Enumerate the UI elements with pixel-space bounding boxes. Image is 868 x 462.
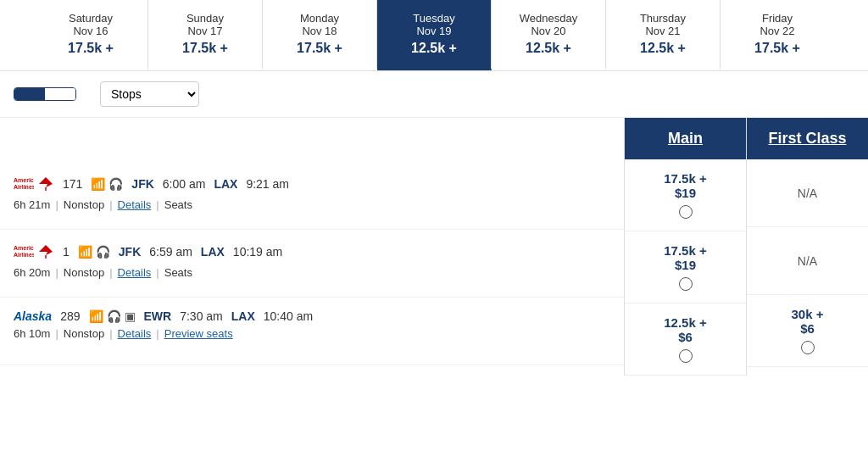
svg-marker-6 xyxy=(39,245,53,255)
flight-bottom: 6h 21m | Nonstop | Details | Seats xyxy=(14,198,610,211)
seats-label: Seats xyxy=(164,266,192,279)
results-table: American Airlines 171 📶 🎧 JFK 6:00 am LA… xyxy=(0,118,868,376)
day-name: Thursday xyxy=(613,12,713,25)
main-price-radio[interactable] xyxy=(679,349,693,363)
lowest-fare-button[interactable] xyxy=(14,88,45,100)
first-price-cell-0[interactable]: N/A xyxy=(747,159,868,227)
alaska-airline-logo: Alaska xyxy=(14,309,52,323)
date-price: 17.5k + xyxy=(155,41,255,56)
date-str: Nov 17 xyxy=(155,25,255,37)
flight-bottom: 6h 10m | Nonstop | Details | Preview sea… xyxy=(14,327,610,340)
main-price-cell-1[interactable]: 17.5k +$19 xyxy=(625,231,746,303)
details-link[interactable]: Details xyxy=(118,327,152,340)
main-price-value: 12.5k +$6 xyxy=(664,315,706,344)
main-price-radio[interactable] xyxy=(679,205,693,219)
flight-row-0: American Airlines 171 📶 🎧 JFK 6:00 am LA… xyxy=(0,162,624,230)
date-price: 17.5k + xyxy=(727,41,827,56)
day-name: Tuesday xyxy=(384,12,484,25)
date-tab-sat[interactable]: Saturday Nov 16 17.5k + xyxy=(34,0,148,70)
svg-marker-2 xyxy=(39,177,53,187)
main-price-cell-0[interactable]: 17.5k +$19 xyxy=(625,159,746,231)
flight-top: American Airlines 171 📶 🎧 JFK 6:00 am LA… xyxy=(14,174,610,194)
date-str: Nov 19 xyxy=(384,25,484,37)
sort-select[interactable]: StopsPriceDurationDepartureArrival xyxy=(100,81,199,107)
arrival-airport: LAX xyxy=(201,245,225,259)
flight-duration: 6h 20m xyxy=(14,266,50,279)
preview-seats-link[interactable]: Preview seats xyxy=(164,327,233,340)
first-price-cell-1[interactable]: N/A xyxy=(747,227,868,295)
day-name: Friday xyxy=(727,12,827,25)
next-date-button[interactable] xyxy=(834,0,868,70)
header-spacer xyxy=(0,118,624,162)
fare-type-toggle xyxy=(14,87,76,101)
flight-row-2: Alaska 289 📶 🎧 ▣ EWR 7:30 am LAX 10:40 a… xyxy=(0,298,624,365)
details-link[interactable]: Details xyxy=(118,198,152,211)
date-tab-wed[interactable]: Wednesday Nov 20 12.5k + xyxy=(492,0,606,70)
flight-number: 1 xyxy=(63,245,70,259)
date-tab-thu[interactable]: Thursday Nov 21 12.5k + xyxy=(606,0,721,70)
arrival-time: 10:40 am xyxy=(264,309,313,323)
date-str: Nov 20 xyxy=(498,25,598,37)
main-price-column: Main 17.5k +$19 17.5k +$19 12.5k +$6 xyxy=(624,118,746,376)
main-header-label: Main xyxy=(668,130,703,147)
main-price-value: 17.5k +$19 xyxy=(664,171,706,200)
main-column-header: Main xyxy=(625,118,746,159)
refundable-button[interactable] xyxy=(45,88,75,100)
aa-airline-icon: American Airlines xyxy=(14,242,34,262)
date-tab-mon[interactable]: Monday Nov 18 17.5k + xyxy=(263,0,377,70)
date-tab-tue[interactable]: Tuesday Nov 19 12.5k + xyxy=(377,0,492,70)
first-class-header-label: First Class xyxy=(768,130,846,147)
main-price-cell-2[interactable]: 12.5k +$6 xyxy=(625,303,746,376)
departure-airport: JFK xyxy=(131,177,153,191)
wifi-icon: 📶 xyxy=(78,245,92,259)
stop-count: Nonstop xyxy=(64,198,104,211)
headphone-icon: 🎧 xyxy=(107,309,121,323)
prev-date-button[interactable] xyxy=(0,0,34,70)
arrival-airport: LAX xyxy=(214,177,237,191)
departure-time: 6:59 am xyxy=(149,245,192,259)
day-name: Wednesday xyxy=(498,12,598,25)
first-price-value: 30k +$6 xyxy=(792,307,824,336)
date-price: 12.5k + xyxy=(613,41,713,56)
date-str: Nov 22 xyxy=(727,25,827,37)
amenity-icons: 📶 🎧 ▣ xyxy=(89,309,136,323)
seats-label: Seats xyxy=(164,198,192,211)
arrival-airport: LAX xyxy=(231,309,255,323)
flight-duration: 6h 10m xyxy=(14,327,50,340)
date-str: Nov 21 xyxy=(613,25,713,37)
date-navigation: Saturday Nov 16 17.5k + Sunday Nov 17 17… xyxy=(0,0,868,71)
first-price-na: N/A xyxy=(798,254,817,268)
svg-text:American: American xyxy=(14,245,34,251)
svg-text:American: American xyxy=(14,177,34,183)
flight-number: 171 xyxy=(63,177,82,191)
flight-top: American Airlines 1 📶 🎧 JFK 6:59 am LAX … xyxy=(14,242,610,262)
amenity-icons: 📶 🎧 xyxy=(78,245,110,259)
headphone-icon: 🎧 xyxy=(108,177,123,191)
airline-logo: American Airlines xyxy=(14,242,54,262)
aa-airline-icon: American Airlines xyxy=(14,174,34,194)
stop-count: Nonstop xyxy=(64,266,104,279)
date-str: Nov 18 xyxy=(270,25,370,37)
date-tab-sun[interactable]: Sunday Nov 17 17.5k + xyxy=(148,0,263,70)
date-price: 12.5k + xyxy=(384,41,484,56)
first-class-price-column: First ClassN/AN/A 30k +$6 xyxy=(746,118,868,376)
first-price-cell-2[interactable]: 30k +$6 xyxy=(747,295,868,367)
main-price-radio[interactable] xyxy=(679,277,693,291)
first-price-radio[interactable] xyxy=(801,341,815,354)
departure-airport: JFK xyxy=(119,245,141,259)
date-price: 17.5k + xyxy=(41,41,141,56)
first-price-na: N/A xyxy=(798,186,817,200)
date-tab-fri[interactable]: Friday Nov 22 17.5k + xyxy=(721,0,834,70)
airline-logo: American Airlines xyxy=(14,174,54,194)
arrival-time: 10:19 am xyxy=(233,245,282,259)
flight-bottom: 6h 20m | Nonstop | Details | Seats xyxy=(14,266,610,279)
main-price-value: 17.5k +$19 xyxy=(664,243,706,272)
tv-icon: ▣ xyxy=(125,309,136,323)
svg-text:Airlines: Airlines xyxy=(14,252,34,258)
flight-top: Alaska 289 📶 🎧 ▣ EWR 7:30 am LAX 10:40 a… xyxy=(14,309,610,323)
first-class-column-header: First Class xyxy=(747,118,868,159)
date-price: 12.5k + xyxy=(498,41,598,56)
aa-bird-icon xyxy=(37,243,54,260)
filter-row: StopsPriceDurationDepartureArrival xyxy=(0,71,868,118)
details-link[interactable]: Details xyxy=(118,266,152,279)
